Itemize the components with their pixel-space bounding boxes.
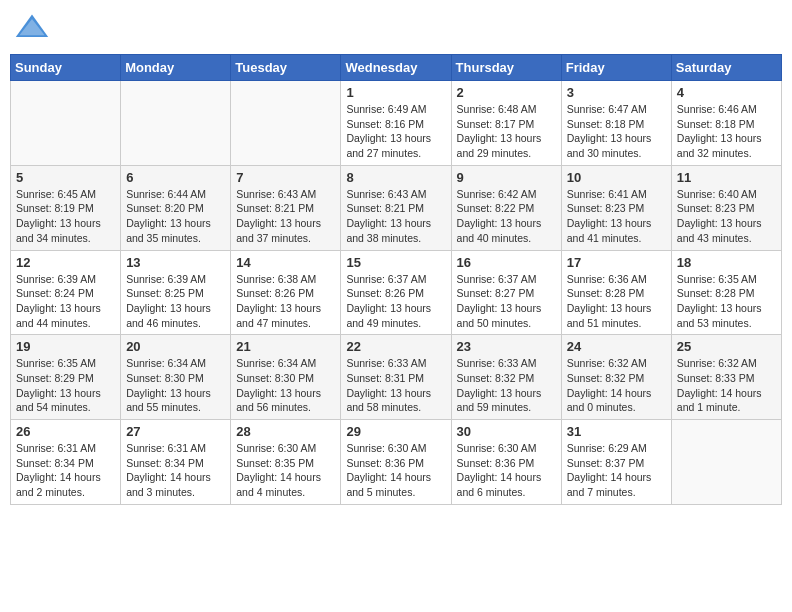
day-number: 13 — [126, 255, 225, 270]
day-number: 3 — [567, 85, 666, 100]
cell-content: Sunrise: 6:42 AM Sunset: 8:22 PM Dayligh… — [457, 187, 556, 246]
calendar-cell: 13Sunrise: 6:39 AM Sunset: 8:25 PM Dayli… — [121, 250, 231, 335]
calendar-cell: 11Sunrise: 6:40 AM Sunset: 8:23 PM Dayli… — [671, 165, 781, 250]
cell-content: Sunrise: 6:45 AM Sunset: 8:19 PM Dayligh… — [16, 187, 115, 246]
day-number: 2 — [457, 85, 556, 100]
calendar-cell: 14Sunrise: 6:38 AM Sunset: 8:26 PM Dayli… — [231, 250, 341, 335]
cell-content: Sunrise: 6:38 AM Sunset: 8:26 PM Dayligh… — [236, 272, 335, 331]
cell-content: Sunrise: 6:39 AM Sunset: 8:25 PM Dayligh… — [126, 272, 225, 331]
calendar-cell: 10Sunrise: 6:41 AM Sunset: 8:23 PM Dayli… — [561, 165, 671, 250]
cell-content: Sunrise: 6:36 AM Sunset: 8:28 PM Dayligh… — [567, 272, 666, 331]
calendar-cell: 8Sunrise: 6:43 AM Sunset: 8:21 PM Daylig… — [341, 165, 451, 250]
page-header — [10, 10, 782, 46]
day-number: 12 — [16, 255, 115, 270]
day-number: 10 — [567, 170, 666, 185]
day-number: 27 — [126, 424, 225, 439]
cell-content: Sunrise: 6:35 AM Sunset: 8:29 PM Dayligh… — [16, 356, 115, 415]
calendar-cell: 7Sunrise: 6:43 AM Sunset: 8:21 PM Daylig… — [231, 165, 341, 250]
calendar-table: SundayMondayTuesdayWednesdayThursdayFrid… — [10, 54, 782, 505]
calendar-cell: 12Sunrise: 6:39 AM Sunset: 8:24 PM Dayli… — [11, 250, 121, 335]
calendar-header-saturday: Saturday — [671, 55, 781, 81]
calendar-header-monday: Monday — [121, 55, 231, 81]
calendar-cell — [121, 81, 231, 166]
calendar-cell: 25Sunrise: 6:32 AM Sunset: 8:33 PM Dayli… — [671, 335, 781, 420]
cell-content: Sunrise: 6:44 AM Sunset: 8:20 PM Dayligh… — [126, 187, 225, 246]
day-number: 22 — [346, 339, 445, 354]
day-number: 5 — [16, 170, 115, 185]
calendar-cell: 22Sunrise: 6:33 AM Sunset: 8:31 PM Dayli… — [341, 335, 451, 420]
day-number: 8 — [346, 170, 445, 185]
calendar-cell: 3Sunrise: 6:47 AM Sunset: 8:18 PM Daylig… — [561, 81, 671, 166]
day-number: 25 — [677, 339, 776, 354]
day-number: 14 — [236, 255, 335, 270]
logo — [14, 10, 54, 46]
calendar-cell — [671, 420, 781, 505]
calendar-cell: 29Sunrise: 6:30 AM Sunset: 8:36 PM Dayli… — [341, 420, 451, 505]
calendar-cell: 17Sunrise: 6:36 AM Sunset: 8:28 PM Dayli… — [561, 250, 671, 335]
day-number: 20 — [126, 339, 225, 354]
calendar-cell: 21Sunrise: 6:34 AM Sunset: 8:30 PM Dayli… — [231, 335, 341, 420]
calendar-week-5: 26Sunrise: 6:31 AM Sunset: 8:34 PM Dayli… — [11, 420, 782, 505]
calendar-cell: 30Sunrise: 6:30 AM Sunset: 8:36 PM Dayli… — [451, 420, 561, 505]
cell-content: Sunrise: 6:49 AM Sunset: 8:16 PM Dayligh… — [346, 102, 445, 161]
calendar-cell: 2Sunrise: 6:48 AM Sunset: 8:17 PM Daylig… — [451, 81, 561, 166]
cell-content: Sunrise: 6:37 AM Sunset: 8:26 PM Dayligh… — [346, 272, 445, 331]
day-number: 16 — [457, 255, 556, 270]
cell-content: Sunrise: 6:35 AM Sunset: 8:28 PM Dayligh… — [677, 272, 776, 331]
day-number: 6 — [126, 170, 225, 185]
cell-content: Sunrise: 6:32 AM Sunset: 8:33 PM Dayligh… — [677, 356, 776, 415]
calendar-header-sunday: Sunday — [11, 55, 121, 81]
cell-content: Sunrise: 6:43 AM Sunset: 8:21 PM Dayligh… — [346, 187, 445, 246]
calendar-cell: 15Sunrise: 6:37 AM Sunset: 8:26 PM Dayli… — [341, 250, 451, 335]
cell-content: Sunrise: 6:47 AM Sunset: 8:18 PM Dayligh… — [567, 102, 666, 161]
calendar-week-1: 1Sunrise: 6:49 AM Sunset: 8:16 PM Daylig… — [11, 81, 782, 166]
calendar-header-wednesday: Wednesday — [341, 55, 451, 81]
calendar-cell: 28Sunrise: 6:30 AM Sunset: 8:35 PM Dayli… — [231, 420, 341, 505]
calendar-cell: 26Sunrise: 6:31 AM Sunset: 8:34 PM Dayli… — [11, 420, 121, 505]
cell-content: Sunrise: 6:33 AM Sunset: 8:31 PM Dayligh… — [346, 356, 445, 415]
cell-content: Sunrise: 6:46 AM Sunset: 8:18 PM Dayligh… — [677, 102, 776, 161]
calendar-header-friday: Friday — [561, 55, 671, 81]
cell-content: Sunrise: 6:31 AM Sunset: 8:34 PM Dayligh… — [16, 441, 115, 500]
day-number: 1 — [346, 85, 445, 100]
calendar-cell: 6Sunrise: 6:44 AM Sunset: 8:20 PM Daylig… — [121, 165, 231, 250]
cell-content: Sunrise: 6:32 AM Sunset: 8:32 PM Dayligh… — [567, 356, 666, 415]
calendar-cell: 1Sunrise: 6:49 AM Sunset: 8:16 PM Daylig… — [341, 81, 451, 166]
calendar-cell: 5Sunrise: 6:45 AM Sunset: 8:19 PM Daylig… — [11, 165, 121, 250]
cell-content: Sunrise: 6:30 AM Sunset: 8:36 PM Dayligh… — [457, 441, 556, 500]
day-number: 18 — [677, 255, 776, 270]
calendar-header-thursday: Thursday — [451, 55, 561, 81]
calendar-header-tuesday: Tuesday — [231, 55, 341, 81]
cell-content: Sunrise: 6:33 AM Sunset: 8:32 PM Dayligh… — [457, 356, 556, 415]
cell-content: Sunrise: 6:40 AM Sunset: 8:23 PM Dayligh… — [677, 187, 776, 246]
calendar-week-2: 5Sunrise: 6:45 AM Sunset: 8:19 PM Daylig… — [11, 165, 782, 250]
calendar-week-3: 12Sunrise: 6:39 AM Sunset: 8:24 PM Dayli… — [11, 250, 782, 335]
day-number: 26 — [16, 424, 115, 439]
day-number: 21 — [236, 339, 335, 354]
day-number: 4 — [677, 85, 776, 100]
cell-content: Sunrise: 6:39 AM Sunset: 8:24 PM Dayligh… — [16, 272, 115, 331]
cell-content: Sunrise: 6:34 AM Sunset: 8:30 PM Dayligh… — [126, 356, 225, 415]
cell-content: Sunrise: 6:37 AM Sunset: 8:27 PM Dayligh… — [457, 272, 556, 331]
cell-content: Sunrise: 6:30 AM Sunset: 8:36 PM Dayligh… — [346, 441, 445, 500]
cell-content: Sunrise: 6:41 AM Sunset: 8:23 PM Dayligh… — [567, 187, 666, 246]
day-number: 24 — [567, 339, 666, 354]
day-number: 29 — [346, 424, 445, 439]
cell-content: Sunrise: 6:34 AM Sunset: 8:30 PM Dayligh… — [236, 356, 335, 415]
day-number: 28 — [236, 424, 335, 439]
calendar-cell: 20Sunrise: 6:34 AM Sunset: 8:30 PM Dayli… — [121, 335, 231, 420]
day-number: 15 — [346, 255, 445, 270]
day-number: 9 — [457, 170, 556, 185]
calendar-cell: 24Sunrise: 6:32 AM Sunset: 8:32 PM Dayli… — [561, 335, 671, 420]
calendar-header-row: SundayMondayTuesdayWednesdayThursdayFrid… — [11, 55, 782, 81]
day-number: 11 — [677, 170, 776, 185]
calendar-cell — [231, 81, 341, 166]
cell-content: Sunrise: 6:29 AM Sunset: 8:37 PM Dayligh… — [567, 441, 666, 500]
calendar-cell: 27Sunrise: 6:31 AM Sunset: 8:34 PM Dayli… — [121, 420, 231, 505]
calendar-cell: 9Sunrise: 6:42 AM Sunset: 8:22 PM Daylig… — [451, 165, 561, 250]
day-number: 30 — [457, 424, 556, 439]
day-number: 23 — [457, 339, 556, 354]
cell-content: Sunrise: 6:43 AM Sunset: 8:21 PM Dayligh… — [236, 187, 335, 246]
calendar-week-4: 19Sunrise: 6:35 AM Sunset: 8:29 PM Dayli… — [11, 335, 782, 420]
calendar-cell: 23Sunrise: 6:33 AM Sunset: 8:32 PM Dayli… — [451, 335, 561, 420]
